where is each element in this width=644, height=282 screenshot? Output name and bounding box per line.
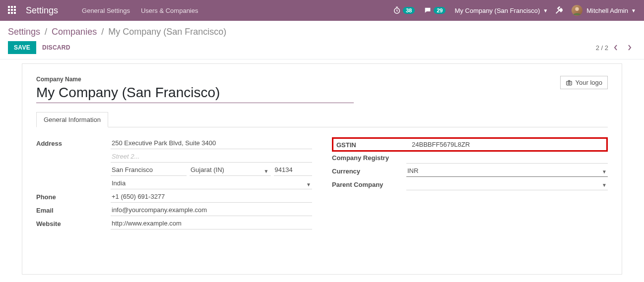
- nav-users-companies[interactable]: Users & Companies: [141, 7, 198, 14]
- email-input[interactable]: [111, 204, 312, 216]
- timer-indicator[interactable]: 38: [393, 6, 415, 14]
- phone-input[interactable]: [111, 191, 312, 203]
- label-website: Website: [36, 218, 111, 227]
- company-registry-input[interactable]: [406, 152, 608, 164]
- debug-menu[interactable]: [555, 6, 563, 14]
- logo-label: Your logo: [576, 79, 602, 86]
- breadcrumb-current: My Company (San Francisco): [108, 27, 226, 37]
- pager: 2 / 2: [596, 41, 636, 54]
- label-parent-company: Parent Company: [332, 178, 406, 188]
- control-panel: Settings / Companies / My Company (San F…: [0, 21, 644, 59]
- caret-down-icon: ▼: [602, 169, 607, 174]
- clock-icon: [393, 6, 401, 14]
- pager-next[interactable]: [623, 41, 636, 54]
- svg-point-3: [568, 82, 570, 84]
- camera-icon: [566, 79, 573, 86]
- zip-input[interactable]: [274, 164, 312, 176]
- messages-indicator[interactable]: 29: [424, 6, 446, 14]
- label-phone: Phone: [36, 191, 111, 201]
- left-column: Address ▼: [36, 137, 312, 229]
- company-name-label: Company Name: [36, 76, 560, 83]
- caret-down-icon: ▼: [602, 182, 607, 188]
- breadcrumb-companies[interactable]: Companies: [52, 27, 97, 37]
- save-button[interactable]: SAVE: [8, 41, 36, 54]
- user-avatar: [572, 5, 582, 16]
- timer-badge: 38: [403, 7, 415, 14]
- nav-general-settings[interactable]: General Settings: [82, 7, 130, 14]
- user-name: Mitchell Admin: [586, 7, 628, 14]
- upload-logo-button[interactable]: Your logo: [560, 76, 608, 89]
- label-email: Email: [36, 204, 111, 214]
- label-currency: Currency: [332, 165, 406, 175]
- pager-text[interactable]: 2 / 2: [596, 44, 608, 52]
- website-input[interactable]: [111, 218, 312, 229]
- label-address: Address: [36, 137, 111, 147]
- chat-icon: [424, 6, 432, 14]
- user-menu[interactable]: Mitchell Admin ▼: [572, 5, 636, 16]
- currency-input[interactable]: [406, 165, 608, 176]
- apps-menu-icon[interactable]: [8, 6, 17, 15]
- city-input[interactable]: [111, 164, 187, 176]
- caret-down-icon: ▼: [543, 8, 548, 13]
- gstin-input[interactable]: [411, 139, 603, 150]
- form-sheet: Company Name Your logo General Informati…: [22, 63, 622, 275]
- company-name-input[interactable]: [36, 84, 354, 103]
- tab-general-information[interactable]: General Information: [36, 112, 108, 127]
- country-input[interactable]: [111, 177, 312, 189]
- street2-input[interactable]: [111, 151, 312, 163]
- state-input[interactable]: [190, 164, 271, 176]
- pager-prev[interactable]: [609, 41, 622, 54]
- caret-down-icon: ▼: [306, 182, 311, 187]
- caret-down-icon: ▼: [631, 8, 636, 13]
- app-brand: Settings: [26, 5, 58, 16]
- breadcrumb-root[interactable]: Settings: [8, 27, 40, 37]
- chevron-left-icon: [613, 44, 618, 51]
- chat-badge: 29: [434, 7, 446, 14]
- svg-point-1: [576, 7, 579, 11]
- discard-button[interactable]: DISCARD: [42, 44, 70, 51]
- company-name: My Company (San Francisco): [454, 7, 540, 14]
- gstin-highlight: GSTIN: [332, 137, 608, 152]
- label-gstin: GSTIN: [336, 139, 411, 149]
- tools-icon: [555, 6, 563, 14]
- breadcrumb: Settings / Companies / My Company (San F…: [8, 27, 636, 37]
- right-column: GSTIN Company Registry Currency ▼: [332, 137, 608, 229]
- parent-company-input[interactable]: [406, 178, 608, 190]
- tabs: General Information: [36, 112, 608, 127]
- street-input[interactable]: [111, 137, 312, 149]
- label-company-registry: Company Registry: [332, 152, 406, 162]
- chevron-right-icon: [627, 44, 632, 51]
- company-switcher[interactable]: My Company (San Francisco) ▼: [454, 7, 548, 14]
- main-navbar: Settings General Settings Users & Compan…: [0, 0, 644, 21]
